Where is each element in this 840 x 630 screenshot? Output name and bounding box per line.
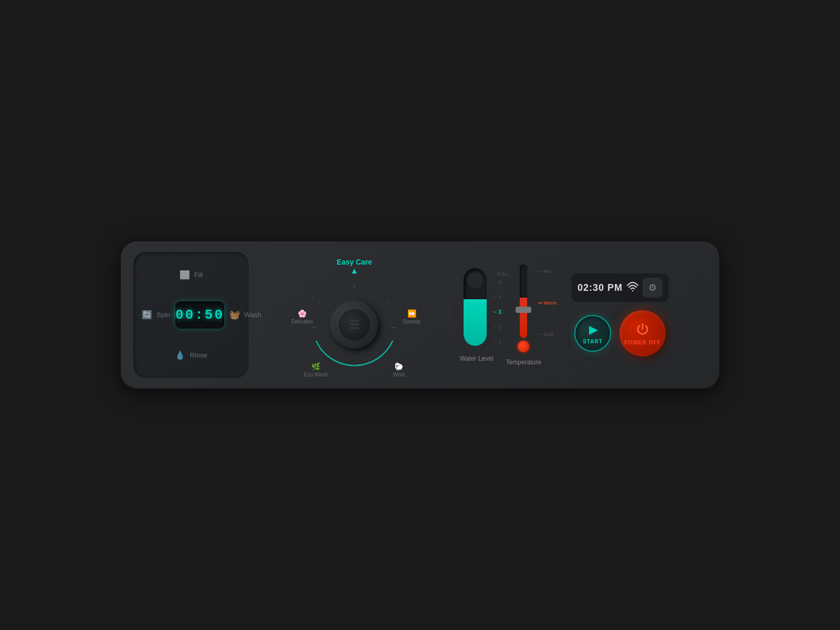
timer-display: 00:50: [175, 301, 224, 329]
fill-status: ⬜ Fill: [180, 270, 203, 280]
power-label: POWER OFF: [624, 340, 661, 345]
tick-5: [494, 282, 497, 282]
wool-label: Wool: [393, 372, 405, 377]
scale-4: 4: [494, 295, 501, 300]
spin-status: 🔄 Spin: [142, 310, 170, 320]
start-button[interactable]: ▶ START: [574, 315, 611, 352]
scale-3: 3: [494, 309, 501, 315]
start-power-row: ▶ START POWER OFF: [574, 310, 666, 356]
temp-label-cold: Cold: [544, 332, 554, 337]
eco-wash-label: Eco Wash: [304, 372, 328, 377]
temp-bulb: [518, 341, 529, 352]
tick-3: [494, 312, 497, 312]
fill-icon: ⬜: [180, 270, 190, 280]
wash-status: 🧺 Wash: [229, 310, 261, 320]
scale-label-5: 5: [498, 280, 501, 285]
settings-button[interactable]: ⚙: [643, 278, 663, 298]
scale-label-3: 3: [498, 309, 501, 315]
gauge-bubble: [467, 272, 483, 288]
wash-label: Wash: [244, 311, 261, 319]
mode-speedy[interactable]: ⏩ Speedy: [403, 309, 421, 324]
tick-4: [494, 297, 497, 297]
delicates-icon: 🌸: [298, 309, 307, 318]
tick-2: [494, 327, 497, 327]
temp-fill: [520, 298, 527, 338]
mode-eco-wash[interactable]: 🌿 Eco Wash: [304, 362, 328, 377]
left-panel: ⬜ Fill 🔄 Spin 00:50 🧺 Wash 💧 Rinse: [133, 252, 249, 378]
gauge-fill: [464, 299, 487, 346]
temp-hot: Hot: [538, 269, 557, 274]
dial-knob[interactable]: ☰: [331, 301, 378, 349]
rinse-status: 💧 Rinse: [175, 350, 207, 360]
scale-1: 1: [494, 339, 501, 344]
temp-tick-cold: [538, 334, 542, 334]
tick-1: [494, 341, 497, 342]
temp-label-hot: Hot: [544, 269, 551, 274]
play-icon: ▶: [589, 323, 598, 337]
fill-label: Fill: [194, 271, 203, 279]
temp-label-warm: Warm: [544, 300, 557, 306]
eco-wash-icon: 🌿: [311, 362, 320, 371]
temperature-section: Hot Warm Cold Temperature: [506, 265, 541, 366]
middle-status-row: 🔄 Spin 00:50 🧺 Wash: [142, 301, 240, 329]
svg-line-7: [375, 351, 378, 355]
dial-knob-inner: ☰: [339, 309, 370, 341]
mode-wool[interactable]: 🐑 Wool: [393, 362, 405, 377]
speedy-label: Speedy: [403, 319, 421, 324]
spin-icon: 🔄: [142, 310, 152, 320]
timer-value: 00:50: [175, 307, 224, 323]
spin-label: Spin: [156, 311, 170, 319]
water-level-label: Water Level: [460, 355, 494, 362]
speedy-icon: ⏩: [407, 309, 416, 318]
start-label: START: [583, 339, 603, 344]
delicates-label: Delicates: [291, 319, 313, 324]
temp-warm: Warm: [538, 300, 557, 306]
wifi-icon: [627, 282, 638, 294]
washing-machine-panel: ⬜ Fill 🔄 Spin 00:50 🧺 Wash 💧 Rinse Easy …: [121, 242, 719, 388]
water-level-gauge[interactable]: FULL 5 4 3 2: [464, 268, 490, 350]
scale-label-2: 2: [498, 324, 501, 330]
time-display: 02:30 PM: [578, 282, 623, 293]
divider-2: [449, 262, 449, 368]
svg-point-9: [632, 290, 633, 291]
temp-track: [520, 265, 527, 338]
gauge-track: [464, 268, 487, 346]
temp-tick-hot: [538, 271, 542, 271]
water-level-section: FULL 5 4 3 2: [460, 268, 494, 362]
temp-label: Temperature: [506, 359, 541, 366]
water-scale: 5 4 3 2 1: [494, 280, 501, 344]
dial-container[interactable]: 🌸 Delicates ⏩ Speedy 🌿 Eco Wash 🐑 Wool: [302, 278, 407, 372]
mode-delicates[interactable]: 🌸 Delicates: [291, 309, 313, 324]
rinse-icon: 💧: [175, 350, 185, 360]
mode-name: Easy Care: [337, 258, 372, 266]
rinse-label: Rinse: [190, 351, 207, 359]
dial-section[interactable]: Easy Care ▲: [270, 252, 438, 378]
temp-cold: Cold: [538, 332, 557, 337]
scale-label-4: 4: [498, 295, 501, 300]
temp-tick-warm: [538, 302, 542, 303]
power-icon: [635, 322, 650, 338]
temp-slider-handle[interactable]: [516, 307, 531, 313]
power-button[interactable]: POWER OFF: [620, 310, 666, 356]
scale-label-1: 1: [498, 339, 501, 344]
settings-icon: ⚙: [648, 282, 657, 293]
svg-line-6: [331, 351, 334, 355]
scale-2: 2: [494, 324, 501, 330]
wool-icon: 🐑: [394, 362, 403, 371]
time-bar: 02:30 PM ⚙: [571, 274, 669, 302]
divider-1: [259, 262, 260, 368]
wash-icon: 🧺: [229, 310, 240, 320]
right-controls: 02:30 PM ⚙ ▶ START: [571, 274, 669, 356]
full-label: FULL: [497, 271, 509, 277]
temp-gauge[interactable]: Hot Warm Cold: [516, 265, 531, 346]
temp-scale: Hot Warm Cold: [538, 269, 557, 337]
scale-5: 5: [494, 280, 501, 285]
